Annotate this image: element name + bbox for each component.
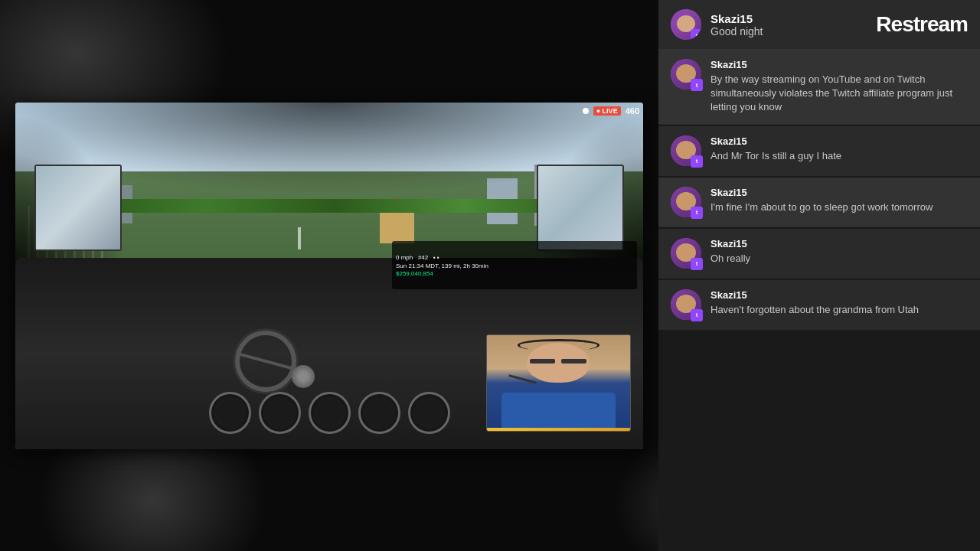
restream-logo: Restream (876, 12, 968, 37)
gauge-area (141, 392, 518, 434)
video-area: ● LIVE 460 0 mph #42 ▪ ▪ Sun 21:34 MDT, … (0, 0, 658, 551)
chat-messages[interactable]: t Skazi15 By the way streaming on YouTub… (658, 50, 980, 551)
chat-username-2: Skazi15 (710, 135, 968, 147)
twitch-icon-4: t (696, 260, 698, 267)
chat-content-3: Skazi15 I'm fine I'm about to go to slee… (710, 187, 968, 214)
hud-container: ● LIVE 460 (583, 106, 639, 116)
chat-content-4: Skazi15 Oh really (710, 238, 968, 266)
webcam-head (527, 343, 590, 383)
viewer-count: 460 (626, 106, 639, 116)
webcam-body (501, 393, 616, 431)
twitch-icon: t (696, 32, 698, 39)
chat-username-4: Skazi15 (710, 238, 968, 249)
twitch-badge-3: t (691, 207, 703, 219)
twitch-badge-5: t (691, 309, 703, 321)
hud-time: Sun 21:34 MDT, 139 mi, 2h 30min (396, 262, 633, 270)
webcam-bar (487, 428, 630, 431)
live-badge: ● LIVE (593, 106, 621, 116)
chat-message-5: t Skazi15 Haven't forgotten about the gr… (658, 280, 980, 330)
headset (518, 339, 599, 351)
header-user-info: Skazi15 Good night (710, 12, 867, 37)
twitch-badge-2: t (691, 155, 703, 168)
chat-message-1: t Skazi15 By the way streaming on YouTub… (658, 50, 980, 125)
chat-username-5: Skazi15 (710, 289, 968, 301)
glasses-right (561, 359, 586, 364)
chat-avatar-3: t (671, 187, 701, 217)
chat-avatar-1: t (671, 59, 701, 90)
mirror-left (34, 165, 122, 251)
webcam-overlay (486, 334, 631, 432)
chat-content-2: Skazi15 And Mr Tor Is still a guy I hate (710, 135, 968, 163)
chat-message-2: t Skazi15 And Mr Tor Is still a guy I ha… (658, 126, 980, 176)
dot-icon (583, 108, 589, 114)
chat-text-5: Haven't forgotten about the grandma from… (710, 303, 968, 317)
chat-username-3: Skazi15 (710, 187, 968, 198)
steering-wheel (235, 331, 296, 392)
glasses-left (530, 359, 555, 364)
video-container: ● LIVE 460 0 mph #42 ▪ ▪ Sun 21:34 MDT, … (15, 103, 643, 449)
twitch-badge-1: t (691, 79, 703, 91)
chat-text-4: Oh really (710, 252, 968, 266)
twitch-icon-3: t (696, 209, 698, 216)
gauge-1 (209, 392, 251, 434)
chat-username-1: Skazi15 (710, 59, 968, 70)
twitch-badge: t (691, 29, 701, 40)
gauge-3 (309, 392, 351, 434)
chat-text-1: By the way streaming on YouTube and on T… (710, 73, 968, 115)
chat-avatar-4: t (671, 238, 701, 269)
chat-panel: t Skazi15 Good night Restream t (658, 0, 980, 551)
chat-text-3: I'm fine I'm about to go to sleep got wo… (710, 201, 968, 214)
chat-message-3: t Skazi15 I'm fine I'm about to go to sl… (658, 178, 980, 227)
header-avatar: t (671, 9, 701, 40)
game-hud: 0 mph #42 ▪ ▪ Sun 21:34 MDT, 139 mi, 2h … (392, 241, 637, 289)
twitch-icon-2: t (696, 158, 698, 165)
header-username: Skazi15 (710, 12, 867, 25)
chat-avatar-5: t (671, 289, 701, 320)
game-scene: ● LIVE 460 0 mph #42 ▪ ▪ Sun 21:34 MDT, … (15, 103, 643, 449)
main-layout: ● LIVE 460 0 mph #42 ▪ ▪ Sun 21:34 MDT, … (0, 0, 980, 551)
chat-avatar-2: t (671, 135, 701, 166)
chat-message-4: t Skazi15 Oh really (658, 229, 980, 279)
twitch-icon-1: t (696, 82, 698, 89)
gauge-4 (358, 392, 400, 434)
twitch-icon-5: t (696, 311, 698, 318)
gauge-5 (408, 392, 450, 434)
gauge-2 (259, 392, 301, 434)
hud-speed: 0 mph #42 ▪ ▪ (396, 253, 633, 262)
restream-header: t Skazi15 Good night Restream (658, 0, 980, 50)
chat-text-2: And Mr Tor Is still a guy I hate (710, 149, 968, 163)
webcam-person (487, 335, 630, 431)
chat-content-5: Skazi15 Haven't forgotten about the gran… (710, 289, 968, 317)
twitch-badge-4: t (691, 258, 703, 270)
hud-earnings: $259,040,854 (396, 270, 633, 277)
chat-content-1: Skazi15 By the way streaming on YouTube … (710, 59, 968, 115)
header-message: Good night (710, 25, 867, 37)
mirror-right (537, 165, 625, 251)
truck-emblem (292, 365, 315, 388)
